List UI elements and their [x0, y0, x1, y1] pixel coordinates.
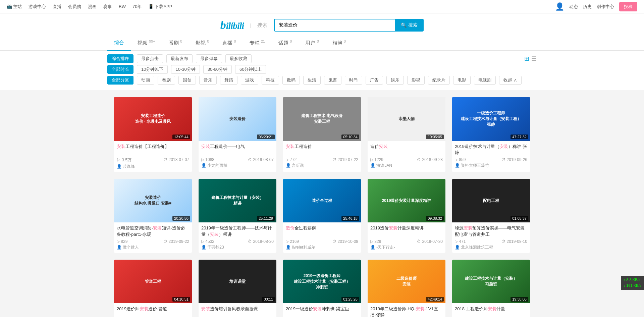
dur-btn-60分钟以上[interactable]: 60分钟以上 [235, 65, 266, 74]
tab-视频[interactable]: 视频 99+ [131, 35, 162, 50]
video-uploader[interactable]: 👤 资料大师王爆竹 [455, 163, 527, 168]
dur-btn-10-30分钟[interactable]: 10-30分钟 [171, 65, 200, 74]
tab-综合[interactable]: 综合 [107, 36, 131, 51]
video-thumbnail[interactable]: 建筑工程技术与计量（安装） 精讲 25:11:29 [199, 179, 276, 223]
video-uploader[interactable]: 👤 海涛JAN [370, 163, 443, 168]
tab-影视[interactable]: 影视 0 [189, 35, 216, 50]
sort-btn-最新发布[interactable]: 最新发布 [166, 54, 193, 63]
sort-btn-最多弹幕[interactable]: 最多弹幕 [196, 54, 222, 63]
part-btn-舞蹈[interactable]: 舞蹈 [220, 76, 237, 85]
tab-直播[interactable]: 直播 0 [216, 35, 243, 50]
tab-专栏[interactable]: 专栏 21 [243, 35, 272, 50]
video-thumbnail[interactable]: 安装造价 06:20:21 [199, 97, 276, 141]
upload-button[interactable]: 投稿 [619, 2, 637, 11]
video-thumbnail[interactable]: 一级造价工程师 建设工程技术与计量（安装工程） 张静 47:27:32 [452, 97, 530, 141]
video-title[interactable]: 安装工程造价【工程造价】 [117, 144, 189, 156]
nav-match[interactable]: 赛事 [103, 4, 112, 10]
user-avatar-icon[interactable]: 👤 [555, 2, 564, 11]
video-card[interactable]: 安装工程造价 造价 · 水暖电及暖风 13:05:44 安装工程造价【工程造价】… [114, 97, 192, 172]
nav-dynamic[interactable]: 动态 [569, 4, 578, 10]
part-btn-动画[interactable]: 动画 [137, 76, 154, 85]
nav-download[interactable]: 📱 下载APP [148, 4, 172, 10]
video-thumbnail[interactable]: 2019造价安装计量深度精讲 09:38:32 [368, 179, 445, 223]
nav-history[interactable]: 历史 [583, 4, 592, 10]
video-uploader[interactable]: 👤 -天下行走- [370, 245, 443, 250]
video-title[interactable]: 2019造价师安装造价-管道 [117, 306, 189, 317]
video-card[interactable]: 2019一级造价工程师 建设工程技术计量（安装工程） 冲刺班 01:25:26 … [283, 260, 361, 317]
video-card[interactable]: 建设工程技术与计量（安装） 习题班 19:38:06 2018 工程造价师安装计… [452, 260, 530, 317]
video-uploader[interactable]: 👤 做个建人 [117, 245, 189, 250]
search-button[interactable]: 🔍 搜索 [395, 19, 424, 32]
part-btn-影视[interactable]: 影视 [407, 76, 425, 85]
dur-btn-10分钟以下[interactable]: 10分钟以下 [137, 65, 168, 74]
nav-game[interactable]: 游戏中心 [29, 4, 46, 10]
sort-btn-最多点击[interactable]: 最多点击 [137, 54, 163, 63]
video-card[interactable]: 建筑工程技术·电气设备 安装工程 05:10:34 安装工程造价 ▷ 772 ⏱… [283, 97, 361, 172]
video-thumbnail[interactable]: 2019一级造价工程师 建设工程技术计量（安装工程） 冲刺班 01:25:26 [283, 260, 361, 304]
video-title[interactable]: 安装工程造价 [286, 144, 358, 156]
video-thumbnail[interactable]: 造价全过程 25:46:18 [283, 179, 361, 223]
part-btn-游戏[interactable]: 游戏 [241, 76, 258, 85]
nav-live[interactable]: 直播 [53, 4, 61, 10]
tab-相簿[interactable]: 相簿 0 [326, 35, 353, 50]
video-title[interactable]: 安装工程造价——电气 [201, 144, 274, 156]
video-thumbnail[interactable]: 安装工程造价 造价 · 水暖电及暖风 13:05:44 [114, 97, 192, 141]
search-input[interactable] [274, 19, 395, 32]
part-btn-音乐[interactable]: 音乐 [199, 76, 217, 85]
sort-btn-综合排序[interactable]: 综合排序 [107, 54, 133, 63]
video-uploader[interactable]: 👤 芸逸峰 [117, 164, 189, 169]
video-title[interactable]: 峰源安装预算造价实操——电气安装配电室与管道井工 [455, 225, 527, 237]
nav-home[interactable]: 📺 主站 [7, 4, 22, 10]
part-btn-番剧[interactable]: 番剧 [158, 76, 175, 85]
video-card[interactable]: 配电工程 01:05:37 峰源安装预算造价实操——电气安装配电室与管道井工 ▷… [452, 179, 530, 253]
video-card[interactable]: 培训课堂 00:11 安装造价培训鲁凤春亲自授课 ▷ 156 ⏱ 2019-09… [199, 260, 276, 317]
video-title[interactable]: 造价安装 [370, 144, 443, 156]
tab-话题[interactable]: 话题 0 [272, 35, 299, 50]
video-title[interactable]: 2019年二级造价师-HQ-安装-1V1直播-张静 [370, 306, 443, 317]
part-btn-生活[interactable]: 生活 [303, 76, 321, 85]
video-title[interactable]: 2019造价安装计量深度精讲 [370, 225, 443, 237]
part-btn-广告[interactable]: 广告 [366, 76, 383, 85]
video-title[interactable]: 造价全过程讲解 [286, 225, 358, 237]
video-card[interactable]: 建筑工程技术与计量（安装） 精讲 25:11:29 2019年一级造价工程师——… [199, 179, 276, 253]
video-thumbnail[interactable]: 安装造价 结构水 暖通口 安装■ 20:20:50 [114, 179, 192, 223]
part-btn-鬼畜[interactable]: 鬼畜 [324, 76, 341, 85]
video-thumbnail[interactable]: 二级造价师 安装 42:49:14 [368, 260, 445, 304]
part-btn-时尚[interactable]: 时尚 [345, 76, 362, 85]
nav-manga[interactable]: 漫画 [88, 4, 97, 10]
part-btn-国创[interactable]: 国创 [178, 76, 196, 85]
part-btn-电影[interactable]: 电影 [453, 76, 471, 85]
video-thumbnail[interactable]: 建筑工程技术·电气设备 安装工程 05:10:34 [283, 97, 361, 141]
video-card[interactable]: 二级造价师 安装 42:49:14 2019年二级造价师-HQ-安装-1V1直播… [368, 260, 445, 317]
nav-creator[interactable]: 创作中心 [597, 4, 614, 10]
video-card[interactable]: 一级造价工程师 建设工程技术与计量（安装工程） 张静 47:27:32 2019… [452, 97, 530, 172]
tab-番剧[interactable]: 番剧 0 [162, 35, 189, 50]
part-btn-娱乐[interactable]: 娱乐 [386, 76, 404, 85]
dur-btn-全部时长[interactable]: 全部时长 [107, 65, 133, 74]
video-card[interactable]: 水墨人物 10:05:05 造价安装 ▷ 1229 ⏱ 2018-09-28 👤… [368, 97, 445, 172]
part-btn-电视剧[interactable]: 电视剧 [474, 76, 496, 85]
part-btn-纪录片[interactable]: 纪录片 [428, 76, 450, 85]
nav-shop[interactable]: 会员购 [68, 4, 81, 10]
sort-btn-最多收藏[interactable]: 最多收藏 [225, 54, 252, 63]
part-btn-科技[interactable]: 科技 [262, 76, 279, 85]
video-thumbnail[interactable]: 管道工程 04:10:51 [114, 260, 192, 304]
video-thumbnail[interactable]: 建设工程技术与计量（安装） 习题班 19:38:06 [452, 260, 530, 304]
dur-btn-30-60分钟[interactable]: 30-60分钟 [203, 65, 232, 74]
video-uploader[interactable]: 👤 北京峰源建筑工程 [455, 245, 527, 250]
video-card[interactable]: 安装造价 结构水 暖通口 安装■ 20:20:50 水电管道空调消防-安装知识-… [114, 179, 192, 253]
video-title[interactable]: 2019年一级造价工程师——技术与计量（安装）稀讲 [201, 225, 274, 237]
video-title[interactable]: 2018 工程造价师安装计量 [455, 306, 527, 317]
grid-view-button[interactable]: ⊞ [524, 55, 529, 62]
part-btn-收起[interactable]: 收起 ∧ [499, 76, 522, 85]
video-uploader[interactable]: 👤 千羽鹤23 [201, 245, 274, 250]
video-card[interactable]: 造价全过程 25:46:18 造价全过程讲解 ▷ 2169 ⏱ 2019-10-… [283, 179, 361, 253]
video-uploader[interactable]: 👤 llweier利威尔 [286, 245, 358, 250]
video-card[interactable]: 安装造价 06:20:21 安装工程造价——电气 ▷ 1088 ⏱ 2019-0… [199, 97, 276, 172]
video-title[interactable]: 水电管道空调消防-安装知识-造价必备教程-part1-水暖 [117, 225, 189, 237]
video-title[interactable]: 2019一级造价安装冲刺班-梁宝臣 [286, 306, 358, 317]
part-btn-数码[interactable]: 数码 [282, 76, 300, 85]
list-view-button[interactable]: ☰ [531, 55, 537, 62]
video-card[interactable]: 2019造价安装计量深度精讲 09:38:32 2019造价安装计量深度精讲 ▷… [368, 179, 445, 253]
video-uploader[interactable]: 👤 言听说 [286, 163, 358, 168]
